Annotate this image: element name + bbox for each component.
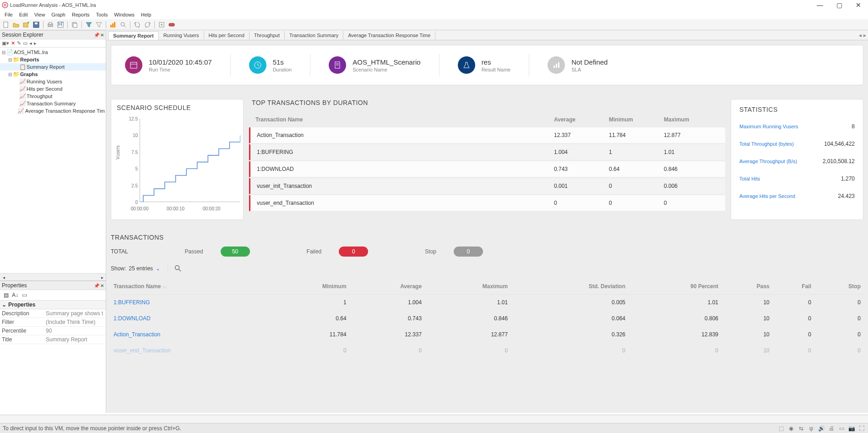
- tab-throughput[interactable]: Throughput: [250, 31, 285, 39]
- menu-edit[interactable]: Edit: [16, 11, 31, 18]
- stat-key[interactable]: Total Throughput (bytes): [739, 141, 794, 147]
- scroll-left-icon[interactable]: ◂: [0, 274, 7, 281]
- close-panel-icon[interactable]: ✕: [100, 33, 104, 38]
- show-entries-select[interactable]: Show: 25 entries ⌄: [111, 265, 168, 272]
- properties-group[interactable]: ⌄Properties: [0, 301, 106, 309]
- tree-graph-item[interactable]: Transaction Summary: [27, 101, 76, 106]
- tx-col-fail[interactable]: Fail: [772, 279, 814, 295]
- export-html-icon[interactable]: HT: [56, 21, 65, 29]
- menu-graph[interactable]: Graph: [49, 11, 68, 18]
- copy-icon[interactable]: [71, 21, 79, 29]
- menu-help[interactable]: Help: [138, 11, 154, 18]
- tx-col-pass[interactable]: Pass: [721, 279, 772, 295]
- sort-az-icon[interactable]: A↓: [11, 291, 19, 299]
- vm-sound-icon[interactable]: 🔊: [818, 425, 825, 432]
- tree-filter-icon[interactable]: ▭: [23, 40, 27, 46]
- tree-graph-item[interactable]: Throughput: [27, 93, 52, 99]
- pin-icon[interactable]: 📌: [94, 283, 99, 288]
- collapse-left-icon[interactable]: ◂: [29, 40, 32, 46]
- minimize-button[interactable]: —: [810, 0, 830, 10]
- add-node-icon[interactable]: ▣▾: [2, 40, 9, 46]
- search-icon[interactable]: [174, 265, 182, 272]
- menu-view[interactable]: View: [32, 11, 48, 18]
- undo-icon[interactable]: [133, 21, 141, 29]
- export-data-icon[interactable]: [157, 21, 166, 29]
- close-panel-icon[interactable]: ✕: [100, 283, 104, 288]
- tab-hits-per-second[interactable]: Hits per Second: [204, 31, 250, 39]
- prop-val[interactable]: 90: [44, 327, 106, 335]
- rename-icon[interactable]: ✎: [17, 40, 21, 46]
- report-body[interactable]: 10/01/2020 10:45:07Run Time 51sDuration …: [106, 40, 868, 413]
- tree-graph-item[interactable]: Average Transaction Response Tim: [25, 108, 105, 114]
- new-icon[interactable]: [2, 21, 10, 29]
- maximize-button[interactable]: ▢: [830, 0, 849, 10]
- tx-name-link[interactable]: 1:DOWNLOAD: [114, 315, 151, 322]
- filter-icon[interactable]: [85, 21, 93, 29]
- save-icon[interactable]: [32, 21, 40, 29]
- tree-toggle-icon[interactable]: ⊟: [1, 50, 6, 55]
- tx-col-name[interactable]: Transaction Name↑↓: [111, 279, 266, 295]
- close-button[interactable]: ✕: [849, 0, 868, 10]
- tab-running-vusers[interactable]: Running Vusers: [159, 31, 204, 39]
- prop-val[interactable]: Summary Report: [44, 335, 106, 344]
- menu-file[interactable]: File: [2, 11, 16, 18]
- prop-val[interactable]: (Include Think Time): [44, 318, 106, 326]
- vm-fullscreen-icon[interactable]: ⛶: [858, 425, 865, 432]
- vm-usb-icon[interactable]: ψ: [808, 425, 815, 432]
- tree-summary-report[interactable]: Summary Report: [27, 64, 65, 70]
- scroll-right-icon[interactable]: ▸: [98, 274, 106, 281]
- vm-cd-icon[interactable]: ◉: [787, 425, 795, 432]
- tree-root[interactable]: AOS_HTML.lra: [14, 49, 48, 55]
- session-tree[interactable]: ⊟📄AOS_HTML.lra ⊟📁Reports 📋Summary Report…: [0, 48, 106, 273]
- add-session-icon[interactable]: +: [22, 21, 30, 29]
- tree-reports[interactable]: Reports: [20, 57, 39, 62]
- tree-graph-item[interactable]: Running Vusers: [27, 79, 62, 84]
- stat-key[interactable]: Total Hits: [739, 176, 760, 181]
- tx-col-avg[interactable]: Average: [349, 279, 425, 295]
- tab-transaction-summary[interactable]: Transaction Summary: [285, 31, 343, 39]
- prop-val[interactable]: Summary page shows t: [44, 309, 106, 318]
- tx-col-sd[interactable]: Std. Deviation: [510, 279, 628, 295]
- print-icon[interactable]: [46, 21, 54, 29]
- pin-icon[interactable]: 📌: [94, 33, 99, 38]
- tx-name-link[interactable]: Action_Transaction: [114, 331, 160, 338]
- prop-page-icon[interactable]: ▭: [20, 291, 28, 299]
- vm-network-icon[interactable]: ⇆: [797, 425, 805, 432]
- menu-reports[interactable]: Reports: [69, 11, 92, 18]
- tab-avg-response[interactable]: Average Transaction Response Time: [343, 31, 435, 39]
- tree-graphs[interactable]: Graphs: [20, 71, 38, 77]
- tx-col-stop[interactable]: Stop: [814, 279, 863, 295]
- chart-wizard-icon[interactable]: [109, 21, 117, 29]
- vm-camera-icon[interactable]: 📷: [848, 425, 855, 432]
- tx-col-min[interactable]: Minimum: [266, 279, 349, 295]
- redo-icon[interactable]: [143, 21, 152, 29]
- vm-drive-icon[interactable]: ⬚: [777, 425, 785, 432]
- menu-windows[interactable]: Windows: [111, 11, 137, 18]
- delete-node-icon[interactable]: ✕: [11, 40, 15, 46]
- stat-key[interactable]: Average Hits per Second: [739, 193, 795, 199]
- tx-col-p90[interactable]: 90 Percent: [628, 279, 721, 295]
- open-icon[interactable]: [12, 21, 20, 29]
- tx-min: 1: [266, 295, 349, 311]
- tree-hscrollbar[interactable]: ◂ ▸: [0, 273, 106, 280]
- tabs-scroll-left-icon[interactable]: ◂: [859, 32, 862, 38]
- tab-summary-report[interactable]: Summary Report: [108, 31, 159, 40]
- tx-name-link[interactable]: 1:BUFFERING: [114, 299, 150, 306]
- tx-name-link[interactable]: vuser_end_Transaction: [114, 347, 171, 354]
- collapse-right-icon[interactable]: ▸: [34, 40, 37, 46]
- stat-key[interactable]: Maximum Running Vusers: [739, 124, 798, 129]
- clear-filter-icon[interactable]: [95, 21, 103, 29]
- tree-toggle-icon[interactable]: ⊟: [7, 72, 13, 77]
- tree-toggle-icon[interactable]: ⊟: [7, 57, 13, 62]
- zoom-icon[interactable]: [119, 21, 127, 29]
- categorize-icon[interactable]: ▤: [2, 291, 10, 299]
- vm-printer-icon[interactable]: 🖨: [828, 425, 835, 432]
- chart-xtick: 00:00:00: [131, 206, 149, 211]
- tx-col-max[interactable]: Maximum: [424, 279, 510, 295]
- vm-display-icon[interactable]: ▭: [838, 425, 845, 432]
- tabs-scroll-right-icon[interactable]: ▸: [863, 32, 866, 38]
- tree-graph-item[interactable]: Hits per Second: [27, 86, 62, 92]
- menu-tools[interactable]: Tools: [93, 11, 110, 18]
- settings-icon[interactable]: [168, 21, 176, 29]
- stat-key[interactable]: Average Throughput (B/s): [739, 159, 797, 164]
